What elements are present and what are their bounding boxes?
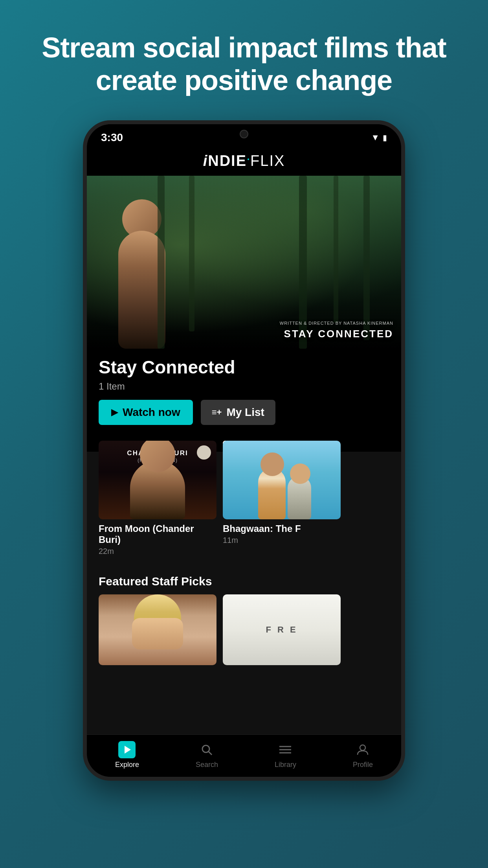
staff-picks-row: F R E — [87, 594, 401, 669]
profile-icon — [354, 741, 371, 758]
content-area: Recently Added CHANDER BURI (FROM MOON) — [87, 412, 401, 734]
search-icon — [198, 741, 215, 758]
wifi-icon: ▼ — [371, 132, 380, 143]
svg-point-1 — [202, 745, 209, 752]
page-background-title: Stream social impact films that create p… — [0, 0, 488, 120]
hero-image: WRITTEN & DIRECTED BY NATASHA KINERMAN S… — [87, 176, 401, 349]
movie-card-from-moon[interactable]: CHANDER BURI (FROM MOON) From Moon (Chan… — [99, 441, 216, 556]
camera-notch — [240, 130, 248, 138]
hero-film-title: Stay Connected — [99, 357, 389, 378]
movie-thumb-from-moon: CHANDER BURI (FROM MOON) — [99, 441, 216, 519]
watch-now-label: Watch now — [123, 406, 180, 419]
status-icons: ▼ ▮ — [371, 132, 387, 143]
hero-person — [110, 199, 181, 349]
logo-indie: iNDIE● — [203, 153, 250, 169]
movie-card-bhagwaan[interactable]: Bhagwaan: The F 11m — [223, 441, 341, 556]
app-header: iNDIE● FLIX — [87, 148, 401, 176]
svg-marker-0 — [125, 746, 131, 754]
staff-pick-thumb-2[interactable]: F R E — [223, 594, 341, 665]
play-icon: ▶ — [111, 407, 118, 417]
svg-point-6 — [360, 745, 365, 750]
featured-staff-picks-header: Featured Staff Picks — [87, 565, 401, 594]
nav-label-explore: Explore — [115, 761, 139, 769]
my-list-label: My List — [226, 406, 264, 419]
explore-icon — [118, 741, 136, 758]
hero-item-count: 1 Item — [99, 381, 389, 392]
nav-item-search[interactable]: Search — [196, 741, 218, 769]
status-time: 3:30 — [101, 131, 123, 144]
list-add-icon: ≡+ — [212, 407, 222, 417]
nav-item-explore[interactable]: Explore — [115, 741, 139, 769]
phone-screen: 3:30 ▼ ▮ iNDIE● FLIX — [87, 124, 401, 777]
hero-buttons: ▶ Watch now ≡+ My List — [99, 400, 389, 425]
moon-circle — [197, 445, 211, 460]
my-list-button[interactable]: ≡+ My List — [201, 400, 275, 425]
status-bar: 3:30 ▼ ▮ — [87, 124, 401, 148]
phone-wrapper: 3:30 ▼ ▮ iNDIE● FLIX — [83, 120, 405, 808]
bhagwaan-face2 — [290, 463, 310, 484]
app-logo: iNDIE● FLIX — [87, 153, 401, 169]
hero-title-overlay: WRITTEN & DIRECTED BY NATASHA KINERMAN S… — [280, 320, 393, 341]
svg-line-2 — [209, 752, 212, 755]
hero-film-title-overlay: STAY CONNECTED — [280, 327, 393, 341]
hero-section: WRITTEN & DIRECTED BY NATASHA KINERMAN S… — [87, 176, 401, 412]
nav-label-library: Library — [275, 761, 296, 769]
hero-credit-text: WRITTEN & DIRECTED BY NATASHA KINERMAN — [280, 320, 393, 326]
battery-icon: ▮ — [383, 133, 387, 142]
watch-now-button[interactable]: ▶ Watch now — [99, 400, 193, 425]
nav-label-profile: Profile — [353, 761, 373, 769]
nav-label-search: Search — [196, 761, 218, 769]
nav-item-profile[interactable]: Profile — [353, 741, 373, 769]
logo-flix: FLIX — [250, 153, 285, 169]
bhagwaan-title: Bhagwaan: The F — [223, 523, 341, 534]
library-icon — [277, 741, 294, 758]
bhagwaan-duration: 11m — [223, 536, 341, 545]
staff-pick-thumb-1[interactable] — [99, 594, 216, 665]
chander-thumb-bg: CHANDER BURI (FROM MOON) — [99, 441, 216, 519]
movie-thumb-bhagwaan — [223, 441, 341, 519]
bhagwaan-face1 — [261, 452, 284, 476]
hero-content: Stay Connected 1 Item ▶ Watch now ≡+ My … — [87, 349, 401, 433]
phone-frame: 3:30 ▼ ▮ iNDIE● FLIX — [83, 120, 405, 781]
from-moon-duration: 22m — [99, 547, 216, 556]
staff-pick-2-label: F R E — [266, 625, 297, 635]
recently-added-row: CHANDER BURI (FROM MOON) From Moon (Chan… — [87, 441, 401, 565]
hero-person-body — [118, 231, 165, 349]
bottom-nav: Explore Search — [87, 734, 401, 777]
bhagwaan-thumb-bg — [223, 441, 341, 519]
from-moon-title: From Moon (Chander Buri) — [99, 523, 216, 545]
nav-item-library[interactable]: Library — [275, 741, 296, 769]
